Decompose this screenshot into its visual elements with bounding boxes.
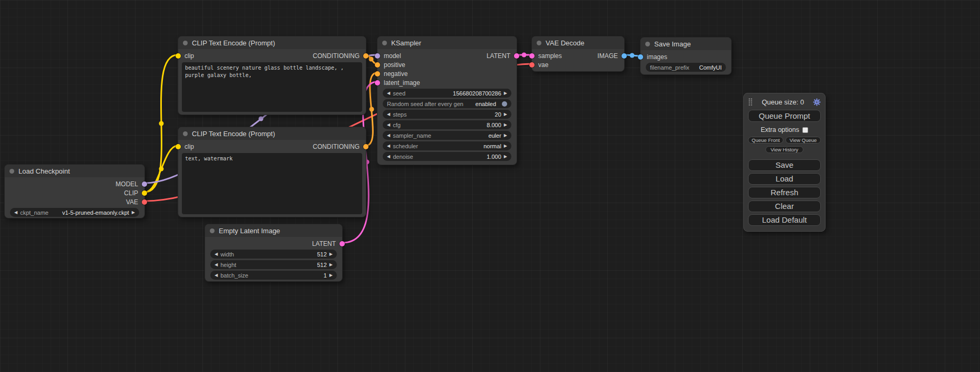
vae-input-port[interactable]	[529, 62, 535, 68]
decrement-arrow-icon[interactable]: ◀	[387, 144, 390, 148]
widget-value: normal	[483, 143, 501, 149]
queue-front-button[interactable]: Queue Front	[748, 137, 783, 144]
node-title-bar[interactable]: VAE Decode	[532, 36, 624, 49]
collapse-dot[interactable]	[183, 131, 188, 136]
image-output-port[interactable]	[622, 53, 627, 59]
decrement-arrow-icon[interactable]: ◀	[387, 123, 390, 127]
increment-arrow-icon[interactable]: ▶	[504, 155, 507, 159]
extra-options-row: Extra options	[748, 126, 821, 133]
clip-input-port[interactable]	[176, 144, 181, 149]
increment-arrow-icon[interactable]: ▶	[329, 273, 333, 278]
view-queue-button[interactable]: View Queue	[785, 137, 821, 144]
latent-output-port[interactable]	[514, 53, 519, 59]
conditioning-output-port[interactable]	[363, 144, 368, 149]
decrement-arrow-icon[interactable]: ◀	[387, 155, 390, 159]
settings-gear-icon[interactable]	[813, 98, 821, 106]
queue-panel-header: Queue size: 0	[748, 98, 821, 106]
node-title-bar[interactable]: Save Image	[641, 37, 731, 50]
widget-sampler-name[interactable]: ◀ sampler_name euler ▶	[383, 131, 511, 140]
widget-batch-size[interactable]: ◀ batch_size 1 ▶	[210, 271, 337, 280]
widget-scheduler[interactable]: ◀ scheduler normal ▶	[383, 141, 511, 150]
collapse-dot[interactable]	[210, 228, 215, 233]
increment-arrow-icon[interactable]: ▶	[504, 133, 507, 138]
node-title-bar[interactable]: CLIP Text Encode (Prompt)	[178, 127, 366, 140]
decrement-arrow-icon[interactable]: ◀	[14, 211, 17, 215]
increment-arrow-icon[interactable]: ▶	[504, 91, 507, 96]
positive-input-port[interactable]	[375, 62, 380, 68]
widget-filename-prefix[interactable]: filename_prefix ComfyUI	[646, 63, 726, 72]
node-ksampler[interactable]: KSampler model LATENT positive negative …	[377, 36, 517, 165]
collapse-dot[interactable]	[537, 41, 541, 45]
widget-cfg[interactable]: ◀ cfg 8.000 ▶	[383, 120, 511, 129]
load-default-button[interactable]: Load Default	[748, 214, 821, 226]
node-save-image[interactable]: Save Image images filename_prefix ComfyU…	[640, 37, 732, 75]
vae-output-port[interactable]	[142, 199, 147, 205]
node-load-checkpoint[interactable]: Load Checkpoint MODEL CLIP VAE ◀ ckpt_na…	[4, 164, 145, 218]
collapse-dot[interactable]	[382, 41, 387, 45]
comfyui-canvas[interactable]: { "icons": { "left_arrow": "◀", "right_a…	[0, 0, 980, 372]
increment-arrow-icon[interactable]: ▶	[504, 144, 507, 148]
collapse-dot[interactable]	[645, 42, 650, 46]
queue-prompt-button[interactable]: Queue Prompt	[748, 110, 821, 122]
input-label: positive	[384, 61, 405, 69]
increment-arrow-icon[interactable]: ▶	[132, 211, 135, 215]
node-empty-latent-image[interactable]: Empty Latent Image LATENT ◀ width 512 ▶ …	[205, 224, 343, 282]
conditioning-output-port[interactable]	[363, 53, 368, 59]
clear-button[interactable]: Clear	[748, 201, 821, 212]
negative-input-port[interactable]	[375, 71, 380, 77]
slot-row: negative	[377, 69, 517, 78]
extra-options-label: Extra options	[761, 126, 799, 133]
samples-input-port[interactable]	[529, 53, 535, 59]
extra-options-checkbox[interactable]	[802, 127, 808, 133]
node-clip-text-encode-negative[interactable]: CLIP Text Encode (Prompt) clip CONDITION…	[178, 127, 366, 217]
widget-value: 512	[317, 262, 326, 268]
view-history-button[interactable]: View History	[765, 146, 803, 153]
latent-output-port[interactable]	[339, 241, 345, 246]
widget-label: filename_prefix	[650, 64, 690, 71]
decrement-arrow-icon[interactable]: ◀	[215, 273, 218, 278]
seed-toggle-icon[interactable]	[502, 101, 507, 107]
latent-image-input-port[interactable]	[375, 80, 380, 85]
node-title-bar[interactable]: Load Checkpoint	[5, 165, 144, 177]
widget-height[interactable]: ◀ height 512 ▶	[210, 260, 337, 269]
save-button[interactable]: Save	[748, 159, 821, 171]
collapse-dot[interactable]	[9, 169, 14, 174]
increment-arrow-icon[interactable]: ▶	[504, 112, 507, 117]
positive-prompt-textarea[interactable]: beautiful scenery nature glass bottle la…	[182, 62, 362, 112]
widget-seed[interactable]: ◀ seed 156680208700286 ▶	[383, 89, 511, 98]
clip-output-port[interactable]	[142, 190, 147, 196]
drag-handle-icon[interactable]	[748, 98, 753, 106]
widget-value: enabled	[476, 101, 496, 107]
negative-prompt-textarea[interactable]: text, watermark	[182, 153, 362, 214]
widget-steps[interactable]: ◀ steps 20 ▶	[383, 110, 511, 119]
load-button[interactable]: Load	[748, 173, 821, 185]
images-input-port[interactable]	[638, 54, 643, 60]
decrement-arrow-icon[interactable]: ◀	[387, 112, 390, 117]
collapse-dot[interactable]	[183, 41, 188, 45]
output-label: LATENT	[312, 240, 336, 247]
increment-arrow-icon[interactable]: ▶	[329, 263, 333, 267]
node-title: CLIP Text Encode (Prompt)	[192, 39, 275, 47]
model-output-port[interactable]	[142, 182, 147, 187]
node-clip-text-encode-positive[interactable]: CLIP Text Encode (Prompt) clip CONDITION…	[178, 36, 366, 115]
node-title-bar[interactable]: KSampler	[377, 36, 517, 49]
refresh-button[interactable]: Refresh	[748, 187, 821, 198]
widget-random-seed-control[interactable]: Random seed after every gen enabled	[383, 99, 511, 108]
decrement-arrow-icon[interactable]: ◀	[215, 263, 218, 267]
decrement-arrow-icon[interactable]: ◀	[387, 91, 390, 96]
slot-row: samples IMAGE	[532, 51, 624, 60]
clip-input-port[interactable]	[176, 53, 181, 59]
increment-arrow-icon[interactable]: ▶	[504, 123, 507, 127]
decrement-arrow-icon[interactable]: ◀	[387, 133, 390, 138]
model-input-port[interactable]	[375, 53, 380, 59]
node-title-bar[interactable]: Empty Latent Image	[205, 224, 342, 237]
widget-width[interactable]: ◀ width 512 ▶	[210, 250, 337, 259]
output-label: IMAGE	[597, 52, 618, 60]
decrement-arrow-icon[interactable]: ◀	[215, 252, 218, 256]
widget-ckpt-name[interactable]: ◀ ckpt_name v1-5-pruned-emaonly.ckpt ▶	[10, 208, 139, 217]
node-title-bar[interactable]: CLIP Text Encode (Prompt)	[178, 36, 366, 49]
increment-arrow-icon[interactable]: ▶	[329, 252, 333, 256]
input-label: vae	[538, 61, 548, 69]
widget-denoise[interactable]: ◀ denoise 1.000 ▶	[383, 152, 511, 161]
node-vae-decode[interactable]: VAE Decode samples IMAGE vae	[531, 36, 625, 72]
